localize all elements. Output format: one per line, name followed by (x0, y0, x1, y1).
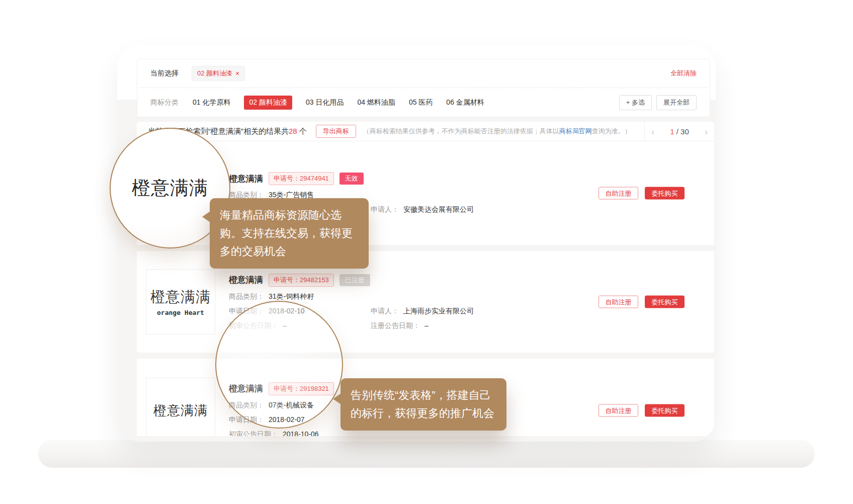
status-badge-invalid: 无效 (339, 173, 364, 185)
category-item-03[interactable]: 03 日化用品 (306, 98, 344, 107)
magnified-trademark-text: 橙意满满 (132, 176, 208, 201)
self-register-button[interactable]: 自助注册 (599, 187, 638, 200)
close-icon[interactable]: × (235, 70, 239, 77)
current-selection-label: 当前选择 (150, 69, 179, 78)
trademark-name: 橙意满满 (229, 274, 263, 286)
selected-filter-tag[interactable]: 02 颜料油漆 × (192, 66, 245, 81)
results-disclaimer: （商标检索结果仅供参考，不作为商标能否注册的法律依据；具体以商标局官网查询为准。… (363, 127, 631, 136)
field-label: 商品类别： (229, 191, 264, 199)
entrust-purchase-button[interactable]: 委托购买 (645, 296, 685, 308)
entrust-purchase-button[interactable]: 委托购买 (645, 404, 685, 417)
field-value: 上海雨步实业有限公司 (403, 307, 474, 315)
category-item-05[interactable]: 05 医药 (409, 98, 433, 107)
trademark-image-3[interactable]: 橙意满满 (146, 378, 215, 436)
laptop-base (38, 440, 815, 468)
status-badge-registered: 已注册 (339, 274, 370, 286)
field-value: – (424, 321, 429, 329)
total-pages: 30 (680, 127, 689, 136)
page-indicator: 1 / 30 (670, 127, 689, 136)
self-register-button[interactable]: 自助注册 (599, 404, 638, 417)
field-label: 申请人： (371, 307, 399, 315)
current-selection-row: 当前选择 02 颜料油漆 × 全部清除 (137, 59, 710, 88)
field-value: 31类-饲料种籽 (269, 292, 314, 300)
results-summary-suffix: 个 (297, 127, 307, 135)
row-actions-2: 自助注册 委托购买 (599, 296, 685, 308)
application-number-badge: 申请号：29474941 (269, 172, 334, 185)
application-number-value: 29482153 (300, 276, 329, 284)
clear-all-link[interactable]: 全部清除 (670, 69, 697, 78)
trademark-image-subtext: orange Heart (157, 309, 204, 316)
tooltip-promotion: 告别传统“发表格”，搭建自己的标行，获得更多的推广机会 (340, 378, 506, 431)
page-separator: / (676, 127, 678, 136)
results-count: 28 (289, 127, 297, 135)
trademark-image-text: 橙意满满 (150, 287, 211, 307)
category-item-01[interactable]: 01 化学原料 (193, 98, 230, 107)
self-register-button[interactable]: 自助注册 (599, 296, 638, 308)
results-header: 当前分类下检索到“橙意满满”相关的结果共28 个 导出商标 （商标检索结果仅供参… (137, 122, 714, 141)
category-list: 01 化学原料 02 颜料油漆 03 日化用品 04 燃料油脂 05 医药 06… (193, 96, 484, 110)
current-page: 1 (670, 127, 674, 136)
field-label: 初审公告日期： (229, 430, 278, 437)
category-item-04[interactable]: 04 燃料油脂 (357, 98, 395, 107)
application-number-value: 29474941 (300, 175, 329, 182)
trademark-name: 橙意满满 (229, 173, 263, 185)
export-trademarks-button[interactable]: 导出商标 (316, 125, 356, 138)
field-value: 2018-10-06 (283, 430, 319, 437)
page: 当前选择 02 颜料油漆 × 全部清除 商标分类 01 化学原料 02 颜料油漆… (0, 0, 853, 504)
expand-all-button[interactable]: 展开全部 (656, 95, 697, 110)
category-item-02-selected[interactable]: 02 颜料油漆 (244, 96, 292, 110)
filter-panel: 当前选择 02 颜料油漆 × 全部清除 商标分类 01 化学原料 02 颜料油漆… (137, 59, 710, 117)
field-value: 安徽美达会展有限公司 (403, 205, 474, 213)
application-number-badge: 申请号：29482153 (269, 274, 334, 287)
trademark-image-2[interactable]: 橙意满满 orange Heart (146, 269, 215, 334)
chevron-right-icon[interactable]: › (705, 127, 708, 136)
tooltip-marketplace: 海量精品商标资源随心选购。支持在线交易，获得更多的交易机会 (210, 198, 369, 269)
trademark-image-text: 橙意满满 (153, 402, 208, 419)
disclaimer-text-post: 查询为准。） (592, 127, 631, 135)
field-label: 注册公告日期： (371, 321, 420, 329)
row-actions-3: 自助注册 委托购买 (599, 404, 685, 417)
row-actions-1: 自助注册 委托购买 (599, 187, 685, 200)
category-row: 商标分类 01 化学原料 02 颜料油漆 03 日化用品 04 燃料油脂 05 … (137, 88, 710, 117)
disclaimer-text-pre: （商标检索结果仅供参考，不作为商标能否注册的法律依据；具体以 (363, 127, 559, 135)
selected-filter-tag-label: 02 颜料油漆 (197, 69, 232, 78)
field-label: 商品类别： (229, 292, 264, 300)
chevron-left-icon[interactable]: ‹ (651, 127, 654, 136)
trademark-office-link[interactable]: 商标局官网 (559, 127, 592, 135)
entrust-purchase-button[interactable]: 委托购买 (645, 187, 685, 200)
field-label: 申请人： (371, 205, 399, 213)
category-row-label: 商标分类 (150, 98, 179, 107)
magnifier-circle-2 (215, 301, 343, 429)
application-number-label: 申请号： (274, 175, 300, 182)
multi-select-button[interactable]: + 多选 (619, 95, 652, 110)
field-value: 35类-广告销售 (269, 191, 314, 199)
application-number-label: 申请号： (274, 276, 300, 284)
category-item-06[interactable]: 06 金属材料 (446, 98, 484, 107)
pagination: ‹ 1 / 30 › (644, 122, 714, 141)
category-actions: + 多选 展开全部 (619, 95, 697, 110)
